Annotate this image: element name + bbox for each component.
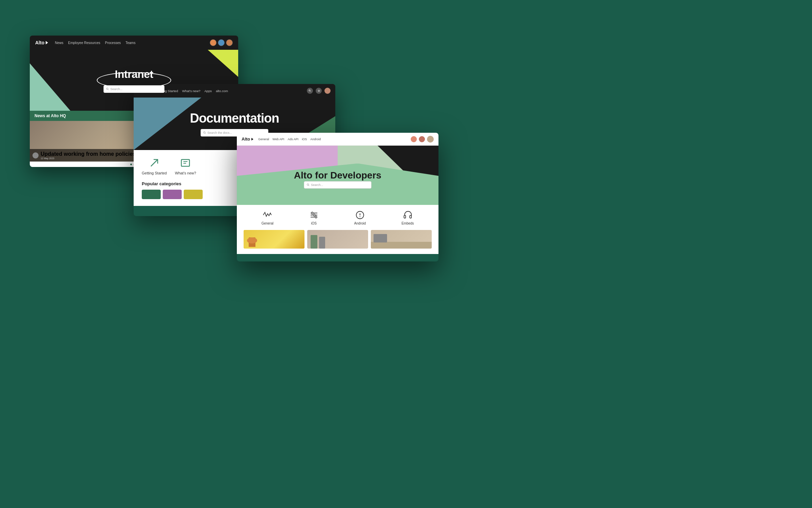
dev-logo[interactable]: Alto [242,136,253,142]
dev-images-row [244,230,432,249]
dev-icon-android[interactable]: Android [354,210,366,225]
svg-rect-17 [315,216,317,218]
docs-card-whats-new[interactable]: What's new? [175,157,196,175]
chip-green[interactable] [142,190,161,199]
nav-item-employee[interactable]: Employee Resources [68,41,100,45]
dev-icon-ios-label: iOS [311,221,317,225]
avatar-3 [226,39,233,46]
avatar-2 [218,39,225,46]
getting-started-label: Getting Started [142,171,167,175]
dev-nav-webapi[interactable]: Web API [272,137,284,141]
news-article-date: 12 May 2023 [41,157,136,160]
intranet-logo-text: Alto [35,40,44,45]
dev-social-icon-1[interactable] [411,136,417,142]
dot-1[interactable] [130,164,132,165]
thumbnail-yellow-chair [244,230,304,249]
svg-point-4 [204,132,205,133]
dev-icons-row: General iOS [244,210,432,225]
dev-icon-ios[interactable]: iOS [309,210,319,225]
intranet-avatars [210,39,233,46]
dev-nav-android[interactable]: Android [310,137,321,141]
dev-nav: General Web API Ads API iOS Android [258,137,321,141]
docs-card-getting-started[interactable]: Getting Started [142,157,167,175]
sliders-icon [309,210,319,220]
dev-social-icon-2[interactable] [419,136,425,142]
thumbnail-desk [371,230,432,249]
svg-line-1 [108,89,109,90]
dev-icon-general-label: General [262,221,274,225]
figure-2 [319,237,325,249]
svg-line-11 [309,185,309,186]
chip-purple[interactable] [163,190,182,199]
user-nav-icon[interactable] [324,88,331,94]
dev-icon-embeds[interactable]: Embeds [402,210,414,225]
docs-nav-whats-new[interactable]: What's new? [182,89,200,93]
docs-nav: Getting Started What's new? Apps alto.co… [156,89,228,93]
svg-point-20 [360,216,360,217]
svg-rect-22 [410,215,411,218]
intranet-logo[interactable]: Alto [35,40,48,45]
window-dev: Alto General Web API Ads API iOS Android… [237,133,438,261]
dev-nav-adsapi[interactable]: Ads API [288,137,298,141]
dev-nav-ios[interactable]: iOS [302,137,307,141]
svg-line-5 [205,133,206,134]
news-author-avatar [32,152,39,158]
waveform-icon [263,210,272,220]
dev-nav-icons [411,136,434,143]
dev-search-placeholder: Search... [311,183,323,187]
dev-search[interactable]: Search... [304,181,371,189]
news-text-block: Updated working from home policies 12 Ma… [41,151,136,160]
nav-item-news[interactable]: News [55,41,63,45]
docs-title: Documentation [190,111,279,126]
docs-nav-apps[interactable]: Apps [204,89,212,93]
intranet-header: Alto News Employee Resources Processes T… [30,36,238,50]
dev-title: Alto for Developers [294,170,381,181]
dev-search-icon [307,184,310,186]
svg-point-0 [107,88,108,89]
chip-yellow[interactable] [184,190,203,199]
dev-logo-text: Alto [242,136,250,142]
hero-triangle-green [30,63,70,111]
news-article-title: Updated working from home policies [41,151,136,157]
dev-nav-general[interactable]: General [258,137,269,141]
intranet-nav: News Employee Resources Processes Teams [55,41,135,45]
dev-hero: Alto for Developers Search... [237,146,438,205]
dev-icon-android-label: Android [354,221,366,225]
intranet-title: Intranet [115,68,153,81]
nav-item-processes[interactable]: Processes [105,41,121,45]
dev-icon-embeds-label: Embeds [402,221,414,225]
search-nav-icon[interactable] [307,88,313,94]
dev-icon-general[interactable]: General [262,210,274,225]
svg-line-6 [151,160,158,166]
figure-1 [311,235,317,249]
whats-new-icon [179,157,191,169]
dev-user-avatar[interactable] [427,136,434,143]
search-icon [106,88,109,90]
nav-item-teams[interactable]: Teams [126,41,135,45]
svg-line-3 [310,91,311,92]
intranet-search-placeholder: Search... [110,87,122,91]
svg-point-2 [309,90,310,91]
docs-nav-icons: ⚙ [307,88,331,94]
thumbnail-people [307,230,368,249]
svg-point-10 [307,184,309,186]
docs-search-placeholder: Search the docs... [207,131,232,134]
docs-search[interactable]: Search the docs... [201,129,268,136]
whats-new-label: What's new? [175,171,196,175]
docs-search-icon [203,131,206,134]
dev-logo-arrow-icon [251,138,253,141]
svg-rect-16 [314,214,315,216]
docs-nav-alto[interactable]: alto.com [216,89,228,93]
settings-nav-icon[interactable]: ⚙ [316,88,322,94]
svg-rect-21 [404,215,406,218]
dev-body: General iOS [237,205,438,254]
svg-rect-15 [312,212,313,214]
intranet-search[interactable]: Search... [104,85,164,93]
logo-arrow-icon [46,41,48,44]
alert-circle-icon [355,210,365,220]
hero-triangle-yellow [208,50,238,77]
getting-started-icon [148,157,160,169]
headphones-icon [403,210,412,220]
avatar-1 [210,39,217,46]
